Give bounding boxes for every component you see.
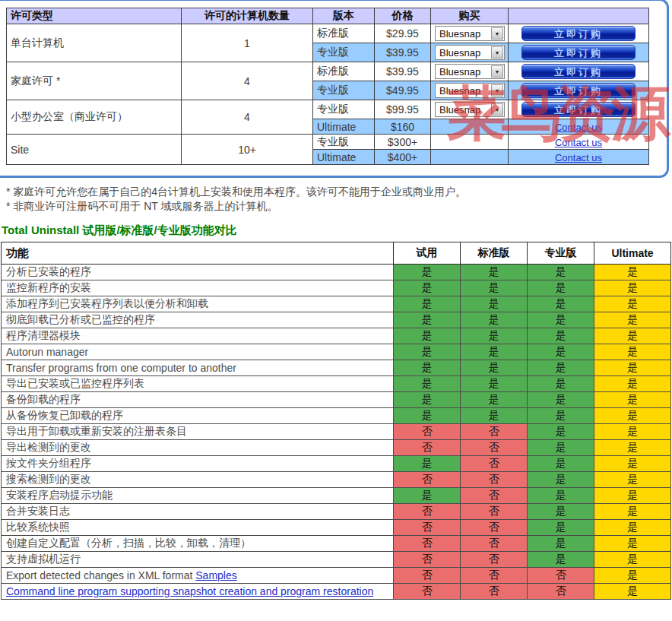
feature-link[interactable]: Samples — [195, 569, 236, 581]
column-header-buy: 购买 — [431, 8, 509, 24]
value-cell: 是 — [594, 392, 671, 408]
license-type-cell: Site — [7, 135, 182, 165]
value-cell: 是 — [594, 584, 671, 600]
column-header-ultimate: Ultimate — [594, 242, 671, 265]
value-cell: 是 — [594, 312, 671, 328]
value-cell: 是 — [394, 488, 461, 504]
table-row: 导出检测到的更改否否是是 — [2, 440, 671, 456]
feature-link[interactable]: Command line program supporting snapshot… — [6, 585, 373, 597]
table-row: Command line program supporting snapshot… — [2, 584, 671, 600]
value-cell: 是 — [594, 536, 671, 552]
value-cell: 是 — [528, 312, 594, 328]
value-cell: 是 — [461, 328, 528, 344]
feature-cell: 监控新程序的安装 — [2, 280, 394, 296]
computer-count-cell: 4 — [182, 62, 313, 100]
note-line: * 家庭许可允许您在属于自己的4台计算机上安装和使用本程序。该许可不能用于企业或… — [6, 185, 466, 199]
license-notes: * 家庭许可允许您在属于自己的4台计算机上安装和使用本程序。该许可不能用于企业或… — [6, 185, 466, 214]
license-type-cell: 家庭许可 * — [7, 62, 182, 100]
table-row: 搜索检测到的更改否否是是 — [2, 472, 671, 488]
table-row: 比较系统快照否否是是 — [2, 520, 671, 536]
contact-us-link[interactable]: Contact us — [555, 152, 602, 163]
value-cell: 是 — [594, 472, 671, 488]
edition-cell: 标准版 — [313, 62, 375, 81]
value-cell: 是 — [394, 265, 461, 280]
edition-cell: Ultimate — [313, 119, 375, 135]
value-cell: 否 — [461, 504, 528, 520]
column-header-edition: 版本 — [313, 8, 375, 24]
vendor-select-value: Bluesnap — [436, 85, 491, 97]
edition-cell: 标准版 — [313, 24, 375, 43]
value-cell: 是 — [528, 376, 594, 392]
table-row: Transfer programs from one computer to a… — [2, 360, 671, 376]
pricing-header-row: 许可类型 许可的计算机数量 版本 价格 购买 — [7, 8, 649, 24]
order-now-button[interactable]: 立即订购 — [521, 45, 636, 60]
chevron-down-icon[interactable]: ▼ — [491, 46, 503, 59]
value-cell: 否 — [461, 552, 528, 568]
value-cell: 是 — [594, 504, 671, 520]
note-line: * 非商业许可注册码不可用于 NT 域或服务器上的计算机。 — [6, 199, 466, 214]
column-header-feature: 功能 — [2, 242, 394, 265]
value-cell: 否 — [461, 472, 528, 488]
table-row: 分析已安装的程序是是是是 — [2, 265, 671, 280]
feature-cell: Transfer programs from one computer to a… — [2, 360, 394, 376]
value-cell: 是 — [594, 456, 671, 472]
value-cell: 是 — [461, 392, 528, 408]
value-cell: 否 — [394, 552, 461, 568]
value-cell: 否 — [394, 520, 461, 536]
value-cell: 是 — [461, 360, 528, 376]
comparison-body: 分析已安装的程序是是是是监控新程序的安装是是是是添加程序到已安装程序列表以便分析… — [2, 265, 671, 600]
chevron-down-icon[interactable]: ▼ — [491, 27, 503, 40]
vendor-select[interactable]: Bluesnap▼ — [435, 102, 505, 117]
table-row: 导出用于卸载或重新安装的注册表条目否否是是 — [2, 424, 671, 440]
vendor-select[interactable]: Bluesnap▼ — [435, 45, 505, 60]
value-cell: 否 — [394, 440, 461, 456]
value-cell: 否 — [528, 584, 594, 600]
vendor-select[interactable]: Bluesnap▼ — [435, 83, 505, 98]
value-cell: 是 — [528, 552, 594, 568]
contact-us-link[interactable]: Contact us — [555, 137, 602, 148]
vendor-select[interactable]: Bluesnap▼ — [435, 26, 505, 41]
contact-us-link[interactable]: Contact us — [555, 122, 602, 133]
value-cell: 是 — [528, 472, 594, 488]
chevron-down-icon[interactable]: ▼ — [491, 65, 503, 78]
value-cell: 是 — [394, 392, 461, 408]
table-row: Site 10+ 专业版 $300+ Contact us — [7, 135, 649, 150]
order-now-button[interactable]: 立即订购 — [521, 102, 636, 117]
value-cell: 是 — [528, 344, 594, 360]
order-now-button[interactable]: 立即订购 — [521, 64, 636, 79]
value-cell: 是 — [461, 344, 528, 360]
edition-cell: 专业版 — [313, 43, 375, 62]
value-cell: 是 — [461, 280, 528, 296]
edition-cell: Ultimate — [313, 150, 375, 165]
value-cell: 否 — [394, 568, 461, 584]
value-cell: 是 — [528, 456, 594, 472]
value-cell: 是 — [461, 376, 528, 392]
price-cell: $300+ — [375, 135, 431, 150]
price-cell: $400+ — [375, 150, 431, 165]
column-header-trial: 试用 — [394, 242, 461, 265]
table-row: 彻底卸载已分析或已监控的程序是是是是 — [2, 312, 671, 328]
feature-cell: 导出用于卸载或重新安装的注册表条目 — [2, 424, 394, 440]
value-cell: 是 — [594, 265, 671, 280]
order-now-button[interactable]: 立即订购 — [521, 26, 636, 41]
order-now-button[interactable]: 立即订购 — [521, 83, 636, 98]
chevron-down-icon[interactable]: ▼ — [491, 103, 503, 116]
value-cell: 是 — [594, 376, 671, 392]
feature-cell: 分析已安装的程序 — [2, 265, 394, 280]
vendor-select[interactable]: Bluesnap▼ — [435, 64, 505, 79]
chevron-down-icon[interactable]: ▼ — [491, 84, 503, 97]
table-row: 创建自定义配置（分析，扫描，比较，卸载，清理）否否是是 — [2, 536, 671, 552]
feature-cell: 彻底卸载已分析或已监控的程序 — [2, 312, 394, 328]
feature-cell: 合并安装日志 — [2, 504, 394, 520]
price-cell: $29.95 — [375, 24, 431, 43]
value-cell: 否 — [461, 440, 528, 456]
comparison-title: Total Uninstall 试用版/标准版/专业版功能对比 — [2, 223, 237, 238]
pricing-table: 许可类型 许可的计算机数量 版本 价格 购买 单台计算机 1 标准版 $29.9… — [6, 8, 649, 165]
value-cell: 否 — [394, 424, 461, 440]
vendor-select-value: Bluesnap — [436, 104, 491, 116]
table-row: 导出已安装或已监控程序列表是是是是 — [2, 376, 671, 392]
price-cell: $160 — [375, 119, 431, 135]
feature-cell: Export detected changes in XML format Sa… — [2, 568, 394, 584]
value-cell: 是 — [594, 568, 671, 584]
value-cell: 是 — [594, 440, 671, 456]
